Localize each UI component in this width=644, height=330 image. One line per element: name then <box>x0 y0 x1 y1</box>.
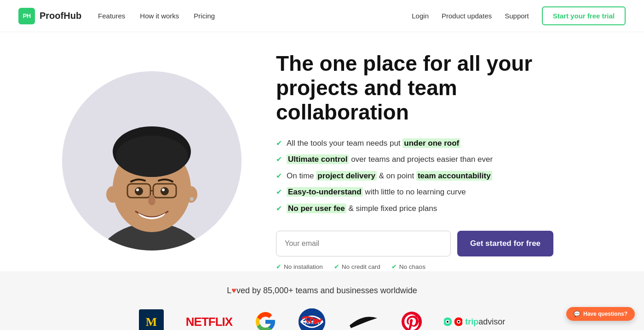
hero-content: The one place for all your projects and … <box>276 51 589 270</box>
feature-text-1: All the tools your team needs put under … <box>287 137 460 149</box>
navbar: PH ProofHub Features How it works Pricin… <box>0 0 644 32</box>
feature-text-5: No per user fee & simple fixed price pla… <box>287 203 437 215</box>
check-icon-4: ✔ <box>276 187 282 198</box>
sub-feature-3: ✔ No chaos <box>391 263 426 270</box>
nav-link-how[interactable]: How it works <box>140 12 179 20</box>
feature-text-2: Ultimate control over teams and projects… <box>287 154 493 165</box>
sub-features: ✔ No installation ✔ No credit card ✔ No … <box>276 263 589 270</box>
highlight-5: No per user fee <box>287 204 346 213</box>
email-input[interactable] <box>276 231 451 256</box>
brand-logos-row: M NETFLIX NASA <box>18 308 626 330</box>
nav-left: PH ProofHub Features How it works Pricin… <box>18 8 215 24</box>
brand-nasa: NASA <box>299 308 325 330</box>
feature-item-1: ✔ All the tools your team needs put unde… <box>276 137 589 149</box>
check-icon-1: ✔ <box>276 138 282 149</box>
highlight-3a: project delivery <box>316 171 377 181</box>
brand-pinterest <box>402 312 422 330</box>
chat-bubble[interactable]: 💬 Have questions? <box>566 307 635 321</box>
feature-item-3: ✔ On time project delivery & on point te… <box>276 170 589 182</box>
feature-text-3: On time project delivery & on point team… <box>287 170 492 182</box>
nav-trial-button[interactable]: Start your free trial <box>542 6 626 25</box>
sub-feature-1: ✔ No installation <box>276 263 323 270</box>
brand-netflix: NETFLIX <box>186 315 232 329</box>
sub-feature-label-2: No credit card <box>342 263 380 270</box>
check-icon-2: ✔ <box>276 154 282 165</box>
check-icon-5: ✔ <box>276 203 282 214</box>
chat-icon: 💬 <box>574 311 581 317</box>
hero-features-list: ✔ All the tools your team needs put unde… <box>276 137 589 215</box>
email-cta-row: Get started for free <box>276 231 589 256</box>
sub-feature-label-3: No chaos <box>399 263 426 270</box>
sub-feature-2: ✔ No credit card <box>334 263 380 270</box>
svg-point-26 <box>447 321 448 323</box>
highlight-2: Ultimate control <box>287 154 349 164</box>
svg-text:M: M <box>146 315 157 329</box>
sub-feature-label-1: No installation <box>284 263 323 270</box>
nav-product-updates[interactable]: Product updates <box>442 12 492 20</box>
logo-name: ProofHub <box>40 11 81 21</box>
hero-section: The one place for all your projects and … <box>0 32 644 271</box>
hero-circle <box>62 71 242 250</box>
brand-michigan: M <box>139 309 164 330</box>
logo[interactable]: PH ProofHub <box>18 8 81 24</box>
chat-label: Have questions? <box>583 311 627 317</box>
svg-point-5 <box>116 136 188 177</box>
feature-text-4: Easy-to-understand with little to no lea… <box>287 186 466 198</box>
nav-link-pricing[interactable]: Pricing <box>194 12 215 20</box>
highlight-1: under one roof <box>402 138 460 148</box>
brand-tripadvisor: tripadvisor <box>444 316 505 327</box>
highlight-4: Easy-to-understand <box>287 187 363 197</box>
nav-support[interactable]: Support <box>505 12 529 20</box>
brand-google <box>254 311 276 330</box>
sub-check-icon-3: ✔ <box>391 263 397 270</box>
nav-link-features[interactable]: Features <box>98 12 125 20</box>
logo-icon: PH <box>18 8 35 24</box>
feature-item-5: ✔ No per user fee & simple fixed price p… <box>276 203 589 215</box>
svg-point-11 <box>136 188 139 191</box>
loved-text: L♥ved by 85,000+ teams and businesses wo… <box>18 286 626 296</box>
feature-item-4: ✔ Easy-to-understand with little to no l… <box>276 186 589 198</box>
hero-image-wrap <box>55 71 248 250</box>
sub-check-icon-2: ✔ <box>334 263 339 270</box>
heart-icon: ♥ <box>231 286 236 295</box>
nav-login[interactable]: Login <box>412 12 429 20</box>
feature-item-2: ✔ Ultimate control over teams and projec… <box>276 154 589 165</box>
svg-point-10 <box>161 187 169 195</box>
hero-person-image <box>62 71 242 250</box>
svg-point-28 <box>458 321 460 323</box>
check-icon-3: ✔ <box>276 171 282 182</box>
hero-title: The one place for all your projects and … <box>276 51 589 125</box>
bottom-band: L♥ved by 85,000+ teams and businesses wo… <box>0 271 644 330</box>
nav-links: Features How it works Pricing <box>98 12 215 20</box>
svg-point-13 <box>106 186 119 203</box>
nav-right: Login Product updates Support Start your… <box>412 6 626 25</box>
svg-point-9 <box>135 187 143 195</box>
svg-point-12 <box>162 188 165 191</box>
svg-point-15 <box>190 197 194 201</box>
sub-check-icon-1: ✔ <box>276 263 282 270</box>
get-started-button[interactable]: Get started for free <box>457 231 553 256</box>
highlight-3b: team accountability <box>416 171 492 181</box>
brand-nike <box>347 313 380 330</box>
